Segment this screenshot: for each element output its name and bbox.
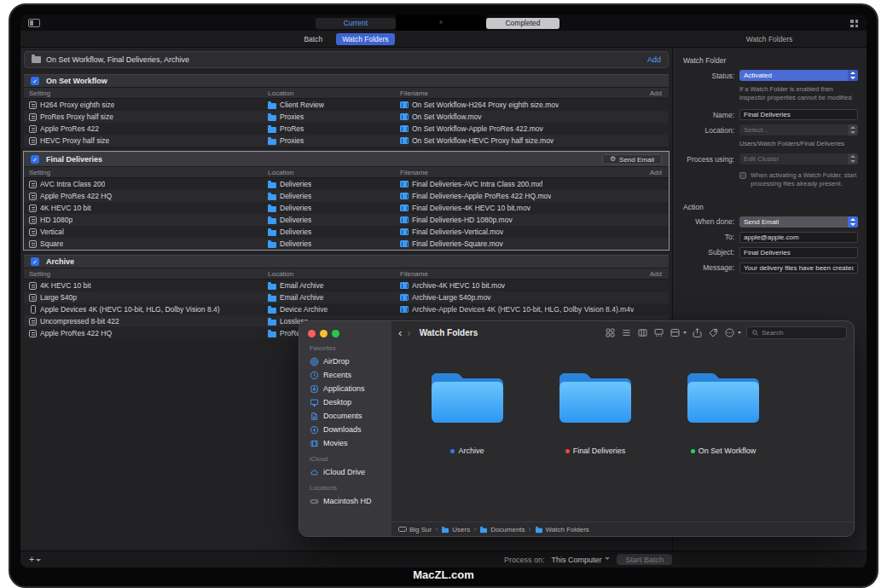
tag-dot bbox=[565, 449, 570, 453]
setting-icon bbox=[29, 240, 37, 248]
sidebar-item-icloud-drive[interactable]: iCloud Drive bbox=[308, 465, 391, 479]
close-icon[interactable] bbox=[308, 330, 316, 337]
gallery-view-icon[interactable] bbox=[653, 327, 664, 338]
back-button[interactable]: ‹ bbox=[398, 327, 402, 338]
tab-completed[interactable]: Completed bbox=[486, 18, 559, 29]
sidebar-item-documents[interactable]: Documents bbox=[308, 409, 391, 423]
checkbox[interactable]: ✓ bbox=[31, 155, 39, 164]
setting-icon bbox=[29, 125, 37, 133]
sidebar-item-recents[interactable]: Recents bbox=[308, 368, 391, 382]
table-row[interactable]: Apple ProRes 422 HQ Deliveries Final Del… bbox=[24, 190, 669, 202]
table-row[interactable]: ProRes Proxy half size Proxies On Set Wo… bbox=[24, 111, 669, 123]
folder-icon bbox=[268, 206, 276, 212]
setting-icon bbox=[29, 137, 37, 145]
film-icon bbox=[400, 113, 409, 120]
column-headers: Setting Location Filename Add bbox=[24, 167, 669, 178]
list-view-icon[interactable] bbox=[621, 327, 632, 338]
name-field[interactable] bbox=[739, 109, 858, 120]
search-field[interactable] bbox=[746, 326, 847, 339]
add-setting-button[interactable]: Add bbox=[643, 169, 669, 176]
search-input[interactable] bbox=[762, 329, 842, 337]
path-item[interactable]: Users bbox=[441, 526, 470, 533]
process-on-dropdown[interactable]: This Computer bbox=[551, 556, 610, 564]
message-field[interactable] bbox=[739, 262, 858, 274]
minimize-icon[interactable] bbox=[320, 330, 328, 337]
tag-dot bbox=[691, 449, 695, 453]
process-using-dropdown[interactable]: Edit Cluster bbox=[739, 153, 858, 164]
checkbox[interactable]: ✓ bbox=[31, 77, 39, 85]
column-view-icon[interactable] bbox=[637, 327, 648, 338]
table-row[interactable]: AVC Intra Class 200 Deliveries Final Del… bbox=[24, 178, 669, 190]
section-name: Archive bbox=[46, 257, 662, 266]
tab-current[interactable]: Current bbox=[316, 18, 396, 29]
batch-add-button[interactable]: Add bbox=[647, 55, 661, 64]
when-done-dropdown[interactable]: Send Email bbox=[739, 216, 858, 228]
table-row[interactable]: Large 540p Email Archive Archive-Large 5… bbox=[24, 291, 669, 303]
table-row[interactable]: Square Deliveries Final Deliveries-Squar… bbox=[24, 238, 669, 250]
section-header[interactable]: ✓ On Set Workflow bbox=[24, 74, 669, 88]
add-job-button[interactable]: + bbox=[29, 554, 41, 564]
more-actions-icon[interactable] bbox=[724, 327, 735, 338]
table-row[interactable]: HD 1080p Deliveries Final Deliveries-HD … bbox=[24, 214, 669, 226]
table-row[interactable]: Vertical Deliveries Final Deliveries-Ver… bbox=[24, 226, 669, 238]
search-icon bbox=[751, 329, 759, 337]
folder-on-set-workflow[interactable]: On Set Workflow bbox=[659, 365, 787, 522]
send-email-button[interactable]: ⚙Send Email bbox=[602, 154, 662, 164]
sidebar-item-airdrop[interactable]: AirDrop bbox=[308, 355, 391, 368]
table-row[interactable]: Apple Devices 4K (HEVC 10-bit, HLG, Dolb… bbox=[24, 303, 669, 315]
start-processing-checkbox[interactable] bbox=[739, 172, 746, 179]
sidebar-item-movies[interactable]: Movies bbox=[308, 436, 391, 450]
zoom-icon[interactable] bbox=[332, 330, 339, 337]
film-icon bbox=[400, 181, 409, 187]
section-header[interactable]: ✓ Final Deliveries ⚙Send Email bbox=[24, 152, 669, 167]
film-icon bbox=[400, 216, 409, 223]
film-icon bbox=[400, 240, 409, 247]
table-row[interactable]: Apple ProRes 422 ProRes On Set Workflow-… bbox=[24, 123, 669, 135]
section-header[interactable]: ✓ Archive bbox=[24, 255, 669, 268]
tab-batch[interactable]: Batch bbox=[298, 33, 328, 45]
path-item[interactable]: Watch Folders bbox=[535, 526, 589, 533]
group-by-icon[interactable] bbox=[670, 327, 681, 338]
folder-icon bbox=[268, 127, 276, 133]
sidebar-item-applications[interactable]: Applications bbox=[308, 382, 391, 395]
sidebar-item-desktop[interactable]: Desktop bbox=[308, 395, 391, 409]
add-setting-button[interactable]: Add bbox=[643, 89, 669, 97]
sidebar-item-downloads[interactable]: Downloads bbox=[308, 423, 391, 436]
checkbox[interactable]: ✓ bbox=[31, 257, 39, 266]
chevron-down-icon bbox=[605, 557, 610, 560]
sidebar-item-macintosh-hd[interactable]: Macintosh HD bbox=[308, 494, 391, 508]
table-row[interactable]: H264 Proxy eighth size Client Review On … bbox=[24, 99, 669, 111]
start-batch-button[interactable]: Start Batch bbox=[617, 554, 672, 565]
to-field[interactable] bbox=[739, 232, 858, 243]
forward-button[interactable]: › bbox=[407, 327, 410, 338]
path-item[interactable]: Documents bbox=[479, 526, 525, 533]
setting-icon bbox=[29, 205, 37, 212]
setting-icon bbox=[29, 330, 37, 337]
table-row[interactable]: 4K HEVC 10 bit Email Archive Archive-4K … bbox=[24, 280, 669, 291]
tab-watch-folders[interactable]: Watch Folders bbox=[336, 33, 394, 45]
batch-header[interactable]: On Set Workflow, Final Deliveries, Archi… bbox=[24, 51, 669, 68]
camera-icon bbox=[439, 20, 443, 24]
folder-final-deliveries[interactable]: Final Deliveries bbox=[531, 365, 659, 522]
table-row[interactable]: HEVC Proxy half size Proxies On Set Work… bbox=[24, 135, 669, 147]
status-dropdown[interactable]: Activated bbox=[739, 70, 858, 81]
location-dropdown[interactable]: Select... bbox=[739, 124, 858, 135]
share-icon[interactable] bbox=[692, 327, 703, 338]
table-row[interactable]: 4K HEVC 10 bit Deliveries Final Deliveri… bbox=[24, 202, 669, 214]
grid-icon[interactable] bbox=[850, 20, 858, 27]
subject-field[interactable] bbox=[739, 247, 858, 258]
icon-view-icon[interactable] bbox=[605, 327, 616, 338]
folder-icon bbox=[268, 103, 276, 109]
path-item[interactable]: Big Sur bbox=[398, 526, 432, 533]
chevron-down-icon bbox=[36, 559, 41, 562]
chevron-down-icon bbox=[683, 331, 687, 334]
add-setting-button[interactable]: Add bbox=[643, 270, 669, 278]
section-name: On Set Workflow bbox=[46, 77, 662, 85]
tag-icon[interactable] bbox=[708, 327, 719, 338]
folder-archive[interactable]: Archive bbox=[403, 365, 531, 522]
action-section-label: Action bbox=[683, 203, 858, 211]
status-label: Status: bbox=[681, 72, 734, 80]
sidebar-toggle-icon[interactable] bbox=[28, 19, 40, 27]
film-icon bbox=[310, 439, 319, 448]
folder-icon bbox=[426, 365, 508, 429]
